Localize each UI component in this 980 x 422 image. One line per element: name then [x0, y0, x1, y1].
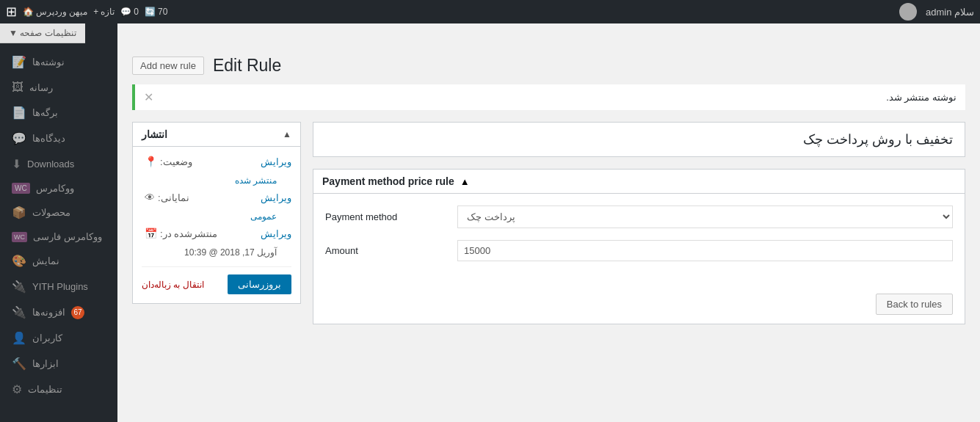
- downloads-icon: ⬇: [12, 157, 21, 171]
- sidebar-item-pages[interactable]: برگه‌ها 📄: [0, 100, 117, 125]
- sidebar-item-comments[interactable]: دیدگاه‌ها 💬: [0, 125, 117, 151]
- media-icon: 🖼: [12, 81, 23, 94]
- appearance-icon: 🎨: [12, 254, 26, 268]
- visibility-icon: 👁: [145, 192, 155, 203]
- status-value: منتشر شده: [235, 175, 277, 186]
- publish-postbox-header[interactable]: ▲ انتشار: [133, 123, 300, 147]
- sidebar-item-users[interactable]: کاربران 👤: [0, 325, 117, 351]
- price-rule-box-title: Payment method price rule: [322, 175, 454, 187]
- posts-icon: 📝: [12, 55, 26, 69]
- payment-method-select[interactable]: پرداخت چک: [457, 205, 953, 228]
- sidebar-item-downloads[interactable]: Downloads ⬇: [0, 151, 117, 177]
- users-icon: 👤: [12, 331, 26, 345]
- payment-method-row: Payment method پرداخت چک: [325, 205, 953, 228]
- updates-icon: 🔄: [145, 7, 156, 17]
- woo-icon: WC: [12, 183, 30, 194]
- screen-options-button[interactable]: تنظیمات صفحه ▼: [0, 23, 85, 43]
- update-button[interactable]: بروزرسانی: [228, 274, 291, 294]
- status-edit-link[interactable]: ویرایش: [261, 156, 291, 167]
- main-content: Edit Rule Add new rule نوشته منتشر شد. ✕…: [117, 44, 980, 422]
- publish-toggle-icon: ▲: [283, 129, 291, 139]
- sidebar-item-posts[interactable]: نوشته‌ها 📝: [0, 49, 117, 75]
- comments-icon: 💬: [120, 7, 131, 17]
- admin-avatar: [899, 3, 917, 21]
- sidebar-item-woocommerce[interactable]: ووکامرس WC: [0, 177, 117, 200]
- notice-text: نوشته منتشر شد.: [886, 92, 957, 103]
- admin-bar-right: سلام admin: [899, 3, 974, 21]
- amount-row: Amount: [325, 240, 953, 261]
- sidebar-item-media[interactable]: رسانه 🖼: [0, 75, 117, 100]
- plugins-icon: 🔌: [12, 305, 26, 319]
- sidebar-item-products[interactable]: محصولات 📦: [0, 200, 117, 225]
- price-rule-header[interactable]: ▲ Payment method price rule: [313, 170, 965, 194]
- sidebar-item-settings[interactable]: تنظیمات ⚙: [0, 376, 117, 402]
- sidebar-item-plugins[interactable]: 67 افزونه‌ها 🔌: [0, 299, 117, 325]
- wordpress-logo[interactable]: ⊞: [6, 4, 17, 20]
- rule-title-box: تخفیف با روش پرداخت چک: [313, 122, 965, 157]
- visibility-value: عمومی: [250, 211, 277, 222]
- publish-box: ▲ انتشار ویرایش وضعیت: 📍: [132, 122, 301, 324]
- plugins-badge: 67: [71, 306, 84, 319]
- visibility-edit-link[interactable]: ویرایش: [261, 192, 291, 203]
- date-row: ویرایش منتشرشده در: 📅: [142, 228, 291, 239]
- comments-menu-icon: 💬: [12, 131, 26, 145]
- status-row: ویرایش وضعیت: 📍: [142, 156, 291, 167]
- sidebar-item-woo-farsi[interactable]: ووکامرس فارسی WC: [0, 225, 117, 248]
- visibility-row: ویرایش نمایانی: 👁: [142, 192, 291, 203]
- sidebar-item-appearance[interactable]: نمایش 🎨: [0, 248, 117, 274]
- payment-method-label: Payment method: [325, 211, 457, 222]
- yith-icon: 🔌: [12, 280, 26, 294]
- woo-farsi-icon: WC: [12, 232, 27, 242]
- status-icon: 📍: [145, 156, 157, 167]
- add-new-rule-button[interactable]: Add new rule: [132, 57, 204, 75]
- trash-link[interactable]: انتقال به زباله‌دان: [142, 280, 204, 290]
- site-name[interactable]: سلام admin: [926, 7, 974, 18]
- publish-postbox: ▲ انتشار ویرایش وضعیت: 📍: [132, 122, 301, 304]
- publish-postbox-body: ویرایش وضعیت: 📍 منتشر شده ویرای: [133, 147, 300, 303]
- sidebar-item-yith[interactable]: YITH Plugins 🔌: [0, 274, 117, 299]
- bar-home[interactable]: 🏠 میهن وردپرس: [23, 7, 87, 17]
- price-rule-toggle-icon: ▲: [460, 176, 470, 187]
- price-rule-body: Payment method پرداخت چک Amount: [313, 194, 965, 285]
- back-rules-container: Back to rules: [313, 285, 965, 324]
- rule-title-text: تخفیف با روش پرداخت چک: [325, 131, 953, 148]
- back-to-rules-button[interactable]: Back to rules: [876, 294, 953, 315]
- bar-comments[interactable]: 💬 0: [120, 7, 139, 17]
- date-edit-link[interactable]: ویرایش: [261, 228, 291, 239]
- publish-notice: نوشته منتشر شد. ✕: [132, 84, 965, 110]
- page-header: Edit Rule Add new rule: [132, 56, 965, 76]
- amount-input[interactable]: [457, 240, 953, 261]
- publish-box-title: انتشار: [142, 128, 167, 140]
- visibility-label: نمایانی:: [158, 192, 189, 203]
- payment-method-field: پرداخت چک: [457, 205, 953, 228]
- edit-layout: تخفیف با روش پرداخت چک ▲ Payment method …: [132, 122, 965, 324]
- home-icon: 🏠: [23, 7, 34, 17]
- settings-icon: ⚙: [12, 382, 22, 396]
- admin-bar-left: ⊞ 🏠 میهن وردپرس + تازه 💬 0 🔄 70: [6, 4, 167, 20]
- products-icon: 📦: [12, 205, 26, 219]
- amount-label: Amount: [325, 245, 457, 256]
- sidebar-item-tools[interactable]: ابزارها 🔨: [0, 351, 117, 376]
- publish-actions: بروزرسانی انتقال به زباله‌دان: [142, 266, 291, 294]
- notice-close-button[interactable]: ✕: [144, 90, 153, 104]
- date-icon: 📅: [145, 228, 157, 239]
- pages-icon: 📄: [12, 106, 26, 120]
- date-value: آوریل 17, 2018 @ 10:39: [184, 247, 277, 258]
- admin-bar: ⊞ 🏠 میهن وردپرس + تازه 💬 0 🔄 70 سلام adm…: [0, 0, 980, 23]
- date-label: منتشرشده در:: [160, 228, 217, 239]
- status-label: وضعیت:: [160, 156, 192, 167]
- price-rule-box: ▲ Payment method price rule Payment meth…: [313, 169, 965, 324]
- sidebar: پیشخوان ⊞ نوشته‌ها 📝 رسانه 🖼 برگه‌ها 📄 د…: [0, 23, 117, 422]
- page-title: Edit Rule: [213, 56, 281, 76]
- amount-field: [457, 240, 953, 261]
- bar-new[interactable]: + تازه: [93, 7, 115, 17]
- tools-icon: 🔨: [12, 357, 26, 371]
- plus-icon: +: [93, 7, 98, 17]
- main-edit-area: تخفیف با روش پرداخت چک ▲ Payment method …: [313, 122, 965, 324]
- bar-updates[interactable]: 🔄 70: [145, 7, 167, 17]
